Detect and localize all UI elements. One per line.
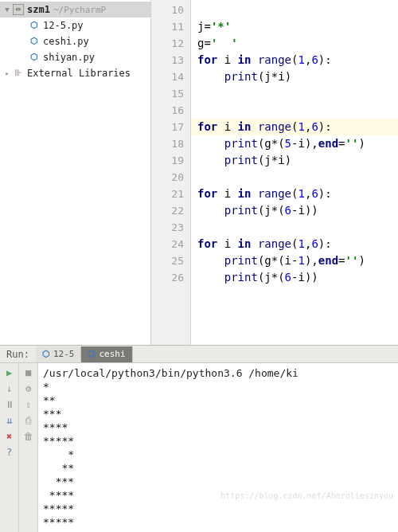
python-file-icon: ⬡	[29, 36, 40, 47]
tree-file[interactable]: ⬡shiyan.py	[0, 49, 150, 65]
tree-file[interactable]: ⬡ceshi.py	[0, 33, 150, 49]
help-icon[interactable]: ?	[3, 446, 16, 459]
python-file-icon: ⬡	[42, 349, 50, 359]
console-output[interactable]: /usr/local/python3/bin/python3.6 /home/k…	[38, 363, 398, 532]
code-line[interactable]	[197, 169, 398, 186]
run-header: Run: ⬡12-5⬡ceshi	[0, 346, 398, 363]
external-label: External Libraries	[27, 68, 131, 79]
code-line[interactable]	[197, 102, 398, 119]
export-icon[interactable]: ⇪	[22, 398, 35, 411]
root-path: ~/PycharmP	[53, 5, 106, 15]
folder-icon: ▭	[13, 4, 24, 15]
external-libraries[interactable]: ▸ ⊪ External Libraries	[0, 65, 150, 81]
python-file-icon: ⬡	[29, 52, 40, 63]
code-line[interactable]: print(j*i)	[197, 68, 398, 85]
code-line[interactable]: for i in range(1,6):	[191, 119, 398, 135]
file-label: shiyan.py	[43, 52, 95, 63]
code-line[interactable]	[197, 85, 398, 102]
run-label: Run:	[0, 349, 36, 360]
code-line[interactable]: print(j*i)	[197, 152, 398, 169]
run-toolbar-right: ■ ⚙ ⇪ ⎙ 🗑	[19, 363, 38, 532]
code-line[interactable]: g=' '	[197, 35, 398, 52]
code-line[interactable]	[197, 219, 398, 236]
line-gutter: 1011121314151617181920212223242526	[151, 0, 191, 345]
code-line[interactable]: j='*'	[197, 18, 398, 35]
chevron-right-icon: ▸	[3, 69, 11, 77]
run-icon[interactable]: ▶	[3, 366, 16, 379]
code-line[interactable]	[197, 2, 398, 18]
code-line[interactable]: print(j*(6-i))	[197, 269, 398, 286]
code-line[interactable]: for i in range(1,6):	[197, 186, 398, 202]
layout-icon[interactable]: ⇊	[3, 414, 16, 427]
close-icon[interactable]: ✖	[3, 430, 16, 443]
run-panel: Run: ⬡12-5⬡ceshi ▶ ↓ ⏸ ⇊ ✖ ? ■ ⚙ ⇪ ⎙ 🗑 /…	[0, 346, 398, 532]
run-tab[interactable]: ⬡ceshi	[81, 346, 132, 362]
trash-icon[interactable]: 🗑	[22, 430, 35, 443]
code-editor[interactable]: 1011121314151617181920212223242526 j='*'…	[151, 0, 398, 345]
code-line[interactable]: for i in range(1,6):	[197, 236, 398, 252]
file-label: ceshi.py	[43, 36, 89, 47]
run-toolbar-left: ▶ ↓ ⏸ ⇊ ✖ ?	[0, 363, 19, 532]
library-icon: ⊪	[13, 68, 24, 79]
code-area[interactable]: j='*'g=' 'for i in range(1,6): print(j*i…	[191, 0, 398, 345]
tree-root[interactable]: ▼ ▭ szm1 ~/PycharmP	[0, 2, 150, 18]
print-icon[interactable]: ⎙	[22, 414, 35, 427]
tree-file[interactable]: ⬡12-5.py	[0, 18, 150, 33]
root-label: szm1	[27, 4, 50, 15]
project-tree[interactable]: ▼ ▭ szm1 ~/PycharmP ⬡12-5.py⬡ceshi.py⬡sh…	[0, 0, 151, 345]
code-line[interactable]: print(j*(6-i))	[197, 202, 398, 219]
arrow-down-icon[interactable]: ↓	[3, 382, 16, 395]
python-file-icon: ⬡	[88, 349, 96, 359]
code-line[interactable]: print(g*(i-1),end='')	[197, 252, 398, 269]
pause-icon[interactable]: ⏸	[3, 398, 16, 411]
python-file-icon: ⬡	[29, 20, 40, 31]
chevron-down-icon: ▼	[3, 6, 11, 14]
code-line[interactable]: print(g*(5-i),end='')	[197, 135, 398, 152]
code-line[interactable]: for i in range(1,6):	[197, 52, 398, 68]
settings-icon[interactable]: ⚙	[22, 382, 35, 395]
stop-icon[interactable]: ■	[22, 366, 35, 379]
run-tab[interactable]: ⬡12-5	[36, 346, 82, 362]
file-label: 12-5.py	[43, 20, 84, 31]
